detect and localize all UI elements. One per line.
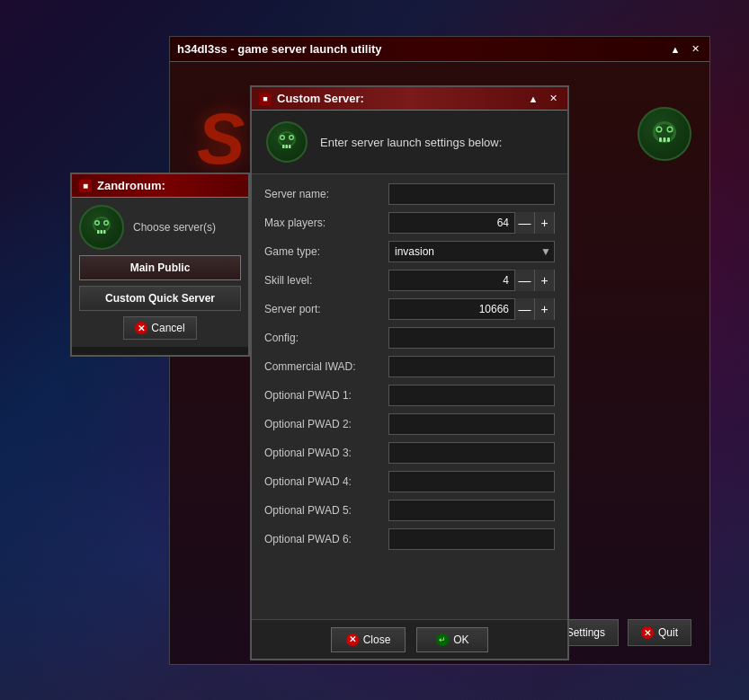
optional-pwad1-label: Optional PWAD 1: xyxy=(264,389,381,402)
optional-pwad2-label: Optional PWAD 2: xyxy=(264,418,381,430)
skill-level-increment[interactable]: + xyxy=(534,270,554,291)
dialog-up-button[interactable]: ▲ xyxy=(526,92,540,106)
server-port-decrement[interactable]: — xyxy=(514,298,534,320)
server-name-row: Server name: xyxy=(264,183,555,205)
optional-pwad2-row: Optional PWAD 2: xyxy=(264,413,555,435)
optional-pwad1-input[interactable] xyxy=(388,385,555,406)
svg-point-26 xyxy=(105,222,108,225)
svg-point-35 xyxy=(281,137,284,139)
server-port-row: Server port: 10666 — + xyxy=(264,298,555,320)
quit-icon: ✕ xyxy=(641,626,654,639)
optional-pwad4-label: Optional PWAD 4: xyxy=(264,475,381,488)
dialog-header: Enter server launch settings below: xyxy=(252,111,567,174)
skull-icon-dialog xyxy=(266,121,308,163)
svg-point-25 xyxy=(96,222,99,225)
svg-point-36 xyxy=(290,137,293,139)
choose-server-text: Choose server(s) xyxy=(133,221,216,234)
main-public-button[interactable]: Main Public xyxy=(79,255,241,280)
dialog-titlebar-left: ■ Custom Server: xyxy=(259,92,364,105)
dialog-titlebar: ■ Custom Server: ▲ ✕ xyxy=(252,87,567,111)
close-icon: ✕ xyxy=(346,634,359,646)
settings-area: Settings ✕ Quit xyxy=(553,619,691,646)
optional-pwad6-input[interactable] xyxy=(388,528,555,550)
dialog-footer: ✕ Close ↵ OK xyxy=(252,619,567,659)
optional-pwad6-label: Optional PWAD 6: xyxy=(264,533,381,545)
dialog-header-text: Enter server launch settings below: xyxy=(320,136,502,149)
config-row: Config: xyxy=(264,327,555,349)
optional-pwad2-input[interactable] xyxy=(388,413,555,435)
main-window-up-button[interactable]: ▲ xyxy=(668,42,682,57)
max-players-label: Max players: xyxy=(264,217,381,229)
optional-pwad3-label: Optional PWAD 3: xyxy=(264,447,381,459)
server-name-label: Server name: xyxy=(264,188,381,200)
svg-rect-30 xyxy=(103,230,106,234)
zandronum-icon: ■ xyxy=(79,180,92,192)
game-type-select[interactable]: invasion deathmatch coop ctf domination xyxy=(388,241,555,262)
optional-pwad1-row: Optional PWAD 1: xyxy=(264,385,555,406)
svg-rect-38 xyxy=(282,145,285,148)
svg-rect-29 xyxy=(101,230,103,234)
dialog-title: Custom Server: xyxy=(277,92,364,105)
commercial-iwad-input[interactable] xyxy=(388,356,555,377)
ok-label: OK xyxy=(453,634,468,646)
skill-level-decrement[interactable]: — xyxy=(514,270,534,291)
optional-pwad5-row: Optional PWAD 5: xyxy=(264,500,555,521)
max-players-row: Max players: 64 — + xyxy=(264,212,555,234)
settings-label: Settings xyxy=(566,626,605,639)
skill-level-spinner: 4 — + xyxy=(388,270,555,291)
zandronum-content: Choose server(s) Main Public Custom Quic… xyxy=(72,198,248,347)
skull-icon-right xyxy=(638,107,691,161)
skull-icon-medium xyxy=(79,205,124,250)
zandronum-titlebar: ■ Zandronum: xyxy=(72,174,248,198)
config-label: Config: xyxy=(264,332,381,344)
close-label: Close xyxy=(363,634,391,646)
optional-pwad4-input[interactable] xyxy=(388,471,555,492)
quit-button[interactable]: ✕ Quit xyxy=(628,619,691,646)
dialog-ok-button[interactable]: ↵ OK xyxy=(416,627,488,652)
svg-rect-28 xyxy=(97,230,100,234)
cancel-icon: ✕ xyxy=(135,322,147,334)
optional-pwad6-row: Optional PWAD 6: xyxy=(264,528,555,550)
skill-level-label: Skill level: xyxy=(264,274,381,287)
svg-point-15 xyxy=(657,128,661,131)
optional-pwad3-input[interactable] xyxy=(388,442,555,464)
optional-pwad3-row: Optional PWAD 3: xyxy=(264,442,555,464)
dialog-titlebar-buttons: ▲ ✕ xyxy=(526,92,560,106)
svg-rect-40 xyxy=(289,145,291,148)
max-players-spinner: 64 — + xyxy=(388,212,555,234)
commercial-iwad-row: Commercial IWAD: xyxy=(264,356,555,377)
max-players-increment[interactable]: + xyxy=(534,212,554,234)
server-name-input[interactable] xyxy=(388,183,555,205)
main-window-titlebar: h34dl3ss - game server launch utility ▲ … xyxy=(170,37,709,62)
skill-level-value: 4 xyxy=(389,274,514,287)
optional-pwad5-input[interactable] xyxy=(388,500,555,521)
dialog-close-button[interactable]: ✕ xyxy=(546,92,560,106)
custom-server-dialog: ■ Custom Server: ▲ ✕ Enter server launch… xyxy=(250,85,569,660)
svg-rect-39 xyxy=(286,145,289,148)
commercial-iwad-label: Commercial IWAD: xyxy=(264,360,381,373)
game-type-row: Game type: invasion deathmatch coop ctf … xyxy=(264,241,555,262)
config-input[interactable] xyxy=(388,327,555,349)
custom-quick-server-button[interactable]: Custom Quick Server xyxy=(79,286,241,311)
svg-rect-20 xyxy=(667,137,670,142)
main-window-title: h34dl3ss - game server launch utility xyxy=(177,42,382,56)
zandronum-title: Zandronum: xyxy=(97,179,165,192)
server-port-spinner: 10666 — + xyxy=(388,298,555,320)
server-port-increment[interactable]: + xyxy=(534,298,554,320)
dialog-body: Server name: Max players: 64 — + Game ty… xyxy=(252,174,567,575)
svg-rect-18 xyxy=(659,137,662,142)
cancel-button[interactable]: ✕ Cancel xyxy=(123,316,196,340)
max-players-decrement[interactable]: — xyxy=(514,212,534,234)
titlebar-buttons: ▲ ✕ xyxy=(668,42,702,57)
game-type-select-container: invasion deathmatch coop ctf domination … xyxy=(388,241,555,262)
svg-point-16 xyxy=(668,128,672,131)
game-type-label: Game type: xyxy=(264,245,381,258)
ok-icon: ↵ xyxy=(436,634,449,646)
optional-pwad4-row: Optional PWAD 4: xyxy=(264,471,555,492)
zandronum-window: ■ Zandronum: Choose server(s) xyxy=(70,173,250,357)
dialog-close-button[interactable]: ✕ Close xyxy=(331,627,406,652)
quit-label: Quit xyxy=(658,626,678,639)
cancel-label: Cancel xyxy=(151,322,184,334)
main-window-close-button[interactable]: ✕ xyxy=(688,42,702,57)
svg-rect-19 xyxy=(664,137,666,142)
